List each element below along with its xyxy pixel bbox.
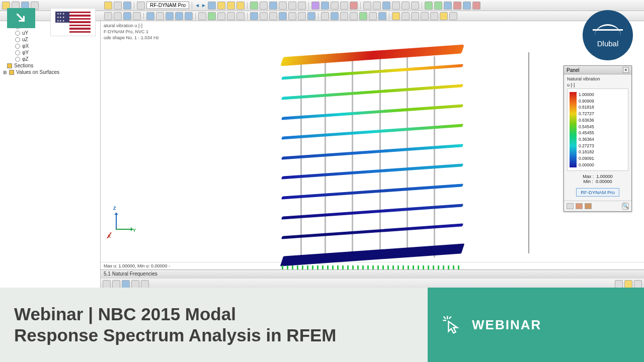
tool-icon[interactable] — [166, 12, 174, 20]
tool-icon[interactable] — [250, 12, 258, 20]
tool-icon[interactable] — [288, 2, 296, 10]
arrow-down-right-icon — [15, 12, 28, 25]
tool-icon[interactable] — [392, 2, 400, 10]
tool-icon[interactable] — [453, 2, 461, 10]
tool-icon[interactable] — [440, 12, 448, 20]
tool-icon[interactable] — [122, 280, 130, 288]
panel-footer-icon[interactable] — [585, 203, 592, 209]
tool-icon[interactable] — [114, 2, 122, 10]
tool-icon[interactable] — [472, 2, 480, 10]
tool-icon[interactable] — [359, 12, 367, 20]
tool-icon[interactable] — [227, 12, 235, 20]
tool-icon[interactable] — [123, 2, 131, 10]
tool-icon[interactable] — [208, 2, 216, 10]
tool-icon[interactable] — [378, 12, 386, 20]
tool-icon[interactable] — [369, 12, 377, 20]
tool-icon[interactable] — [156, 12, 164, 20]
dlubal-logo: Dlubal — [583, 10, 633, 60]
tool-icon[interactable] — [112, 280, 120, 288]
close-icon[interactable]: × — [623, 67, 629, 73]
tool-icon[interactable] — [217, 2, 225, 10]
module-button[interactable]: RF-DYNAM Pro — [576, 188, 619, 197]
tree-label[interactable]: uZ — [22, 37, 28, 42]
module-tab[interactable]: RF-DYNAM Pro — [146, 2, 189, 9]
tool-icon[interactable] — [269, 12, 277, 20]
tool-icon[interactable] — [133, 12, 141, 20]
model-viewport[interactable]: Z Y X — [101, 42, 644, 262]
tool-icon[interactable] — [114, 12, 122, 20]
tool-icon[interactable] — [340, 2, 348, 10]
axis-triad: Z Y X — [112, 209, 137, 234]
tool-icon[interactable] — [331, 12, 339, 20]
tool-icon[interactable] — [411, 2, 419, 10]
tree-label[interactable]: φZ — [22, 56, 29, 62]
tool-icon[interactable] — [392, 12, 400, 20]
tool-icon[interactable] — [634, 280, 642, 288]
tool-icon[interactable] — [104, 12, 112, 20]
tree-label[interactable]: φY — [22, 50, 29, 55]
tree-values-on-surfaces[interactable]: Values on Surfaces — [16, 69, 59, 75]
tool-icon[interactable] — [250, 2, 258, 10]
tool-icon[interactable] — [146, 12, 154, 20]
tool-icon[interactable] — [340, 12, 348, 20]
tool-icon[interactable] — [137, 2, 145, 10]
results-tab[interactable]: 5.1 Natural Frequencies — [101, 269, 644, 279]
tool-icon[interactable] — [624, 280, 632, 288]
tool-icon[interactable] — [298, 12, 306, 20]
tool-icon[interactable] — [227, 2, 235, 10]
tool-icon[interactable] — [208, 12, 216, 20]
tree-label[interactable]: uY — [22, 30, 28, 36]
tool-icon[interactable] — [260, 2, 268, 10]
tool-icon[interactable] — [401, 2, 410, 10]
tool-icon[interactable] — [311, 2, 319, 10]
tool-icon[interactable] — [175, 12, 183, 20]
tool-icon[interactable] — [321, 12, 329, 20]
tool-icon[interactable] — [104, 2, 112, 10]
tool-icon[interactable] — [401, 12, 410, 20]
tool-icon[interactable] — [321, 2, 329, 10]
tree-label[interactable]: φX — [22, 43, 29, 49]
tool-icon[interactable] — [260, 12, 268, 20]
tool-icon[interactable] — [411, 12, 419, 20]
tool-icon[interactable] — [298, 2, 306, 10]
tool-icon[interactable] — [123, 12, 131, 20]
arrow-badge — [7, 8, 35, 28]
tool-icon[interactable] — [350, 12, 358, 20]
navigator-tree[interactable]: uX uY uZ φX φY φZ Sections ⊞Values on Su… — [0, 21, 101, 290]
tool-icon[interactable] — [444, 2, 452, 10]
tool-icon[interactable] — [236, 2, 245, 10]
tool-icon[interactable] — [373, 2, 381, 10]
tool-icon[interactable] — [421, 12, 429, 20]
tool-icon[interactable] — [331, 2, 339, 10]
tool-icon[interactable] — [615, 280, 623, 288]
tool-icon[interactable] — [449, 12, 457, 20]
viewport-info: atural vibration u [-] F-DYNAM Pro, NVC … — [101, 21, 644, 42]
tool-icon[interactable] — [434, 2, 442, 10]
tree-sections[interactable]: Sections — [14, 63, 33, 68]
zoom-icon[interactable]: 🔍 — [622, 203, 629, 210]
tool-icon[interactable] — [279, 2, 287, 10]
panel-footer-icon[interactable] — [567, 203, 574, 209]
results-panel[interactable]: Panel × Natural vibration u [-] 1.000000… — [564, 65, 632, 212]
tool-icon[interactable] — [236, 12, 245, 20]
panel-title: Panel — [567, 67, 580, 73]
tool-icon[interactable] — [279, 12, 287, 20]
tool-icon[interactable] — [363, 2, 371, 10]
tool-icon[interactable] — [288, 12, 296, 20]
panel-footer-icon[interactable] — [576, 203, 583, 209]
tool-icon[interactable] — [141, 280, 149, 288]
tool-icon[interactable] — [185, 12, 193, 20]
tool-icon[interactable] — [198, 12, 206, 20]
tool-icon[interactable] — [307, 12, 315, 20]
tool-icon[interactable] — [103, 280, 111, 288]
tool-icon[interactable] — [382, 2, 390, 10]
tool-icon[interactable] — [350, 2, 358, 10]
tool-icon[interactable] — [131, 280, 139, 288]
tool-icon[interactable] — [269, 2, 277, 10]
legend-values: 1.000000.90909 0.818180.72727 0.636360.5… — [579, 92, 594, 167]
tool-icon[interactable] — [430, 12, 438, 20]
panel-unit: u [-] — [567, 82, 628, 87]
tool-icon[interactable] — [463, 2, 471, 10]
tool-icon[interactable] — [425, 2, 433, 10]
tool-icon[interactable] — [217, 12, 225, 20]
